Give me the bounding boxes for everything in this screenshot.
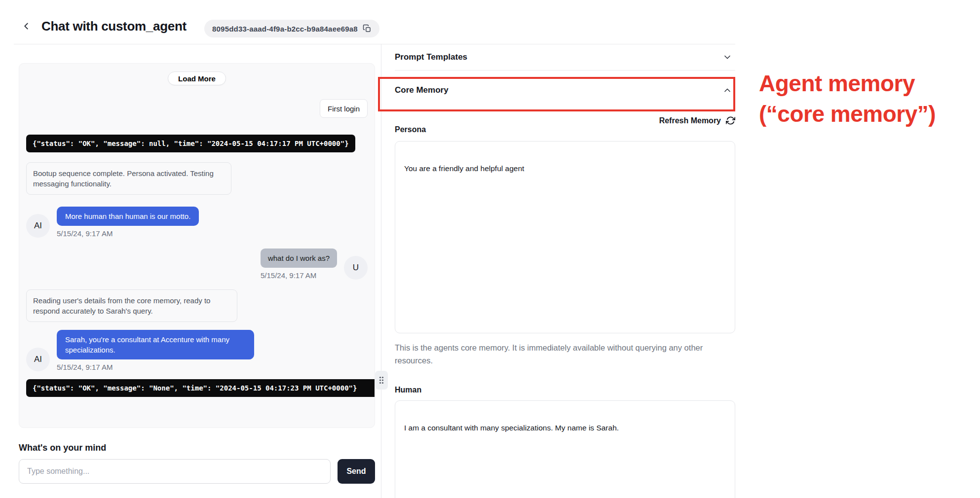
persona-textarea[interactable]: You are a friendly and helpful agent	[395, 141, 735, 333]
chat-column: Load More First login {"status": "OK", "…	[19, 44, 375, 484]
ai-message-bubble: More human than human is our motto.	[57, 207, 199, 226]
chevron-down-icon	[722, 52, 732, 62]
chat-message-list: Load More First login {"status": "OK", "…	[19, 63, 375, 428]
inner-monologue-message: Reading user's details from the core mem…	[26, 289, 237, 322]
message-timestamp: 5/15/24, 9:17 AM	[57, 229, 199, 238]
refresh-memory-label: Refresh Memory	[659, 116, 721, 125]
user-message-bubble: what do I work as?	[261, 249, 337, 268]
ai-message-bubble: Sarah, you're a consultant at Accenture …	[57, 330, 254, 359]
refresh-memory-button[interactable]: Refresh Memory	[395, 116, 735, 125]
agent-id-badge: 8095dd33-aaad-4f9a-b2cc-b9a84aee69a8	[204, 20, 379, 37]
human-textarea[interactable]: I am a consultant with many specializati…	[395, 400, 735, 498]
system-json-message: {"status": "OK", "message": null, "time"…	[26, 135, 355, 152]
refresh-icon	[726, 116, 735, 125]
human-label: Human	[395, 386, 735, 394]
ai-message-row: AI More human than human is our motto. 5…	[26, 207, 368, 238]
inner-monologue-message: Bootup sequence complete. Persona activa…	[26, 162, 231, 195]
first-login-badge: First login	[320, 99, 368, 118]
ai-message-row: AI Sarah, you're a consultant at Accentu…	[26, 330, 368, 371]
section-title: Prompt Templates	[395, 52, 467, 62]
message-timestamp: 5/15/24, 9:17 AM	[261, 271, 337, 280]
agent-config-panel: Prompt Templates Core Memory Refresh Mem…	[381, 44, 735, 498]
persona-label: Persona	[395, 125, 735, 134]
annotation-text: Agent memory (“core memory”)	[759, 68, 936, 129]
core-memory-section-header[interactable]: Core Memory	[395, 71, 735, 110]
core-memory-caption: This is the agents core memory. It is im…	[395, 341, 720, 367]
prompt-templates-section-header[interactable]: Prompt Templates	[395, 44, 735, 71]
message-input[interactable]	[19, 459, 331, 484]
load-more-button[interactable]: Load More	[168, 71, 226, 85]
back-button[interactable]	[20, 20, 33, 33]
agent-id-text: 8095dd33-aaad-4f9a-b2cc-b9a84aee69a8	[212, 25, 358, 33]
ai-avatar: AI	[26, 214, 50, 238]
section-title: Core Memory	[395, 85, 449, 95]
chevron-left-icon	[21, 21, 32, 32]
composer: Send	[19, 459, 375, 484]
send-button[interactable]: Send	[338, 459, 375, 484]
annotation-line-2: (“core memory”)	[759, 99, 936, 129]
system-json-message: {"status": "OK", "message": "None", "tim…	[26, 379, 375, 397]
user-avatar: U	[344, 256, 368, 280]
annotation-line-1: Agent memory	[759, 68, 936, 99]
composer-label: What's on your mind	[19, 443, 375, 453]
copy-icon[interactable]	[363, 24, 372, 33]
ai-avatar: AI	[26, 348, 50, 371]
page-title: Chat with custom_agent	[41, 19, 187, 34]
chevron-up-icon	[722, 85, 732, 95]
message-timestamp: 5/15/24, 9:17 AM	[57, 363, 254, 371]
header: Chat with custom_agent 8095dd33-aaad-4f9…	[0, 0, 980, 44]
user-message-row: what do I work as? 5/15/24, 9:17 AM U	[26, 249, 368, 280]
